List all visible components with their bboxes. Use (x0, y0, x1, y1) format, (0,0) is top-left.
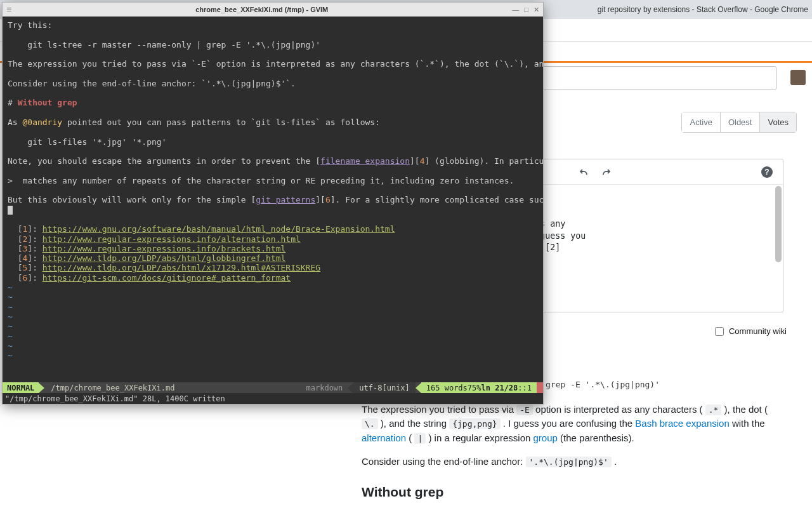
preview-codeblock: grep -E '.*\.(jpg|png)' (546, 378, 783, 391)
tab-votes[interactable]: Votes (760, 112, 796, 132)
status-filepath: /tmp/chrome_bee_XXFekIXi.md (44, 384, 181, 392)
preview-paragraph: Consider using the end-of-line anchor: '… (362, 455, 783, 469)
gvim-title: chrome_bee_XXFekIXi.md (/tmp) - GVIM (11, 6, 512, 13)
gvim-window: ≡ chrome_bee_XXFekIXi.md (/tmp) - GVIM —… (3, 3, 543, 404)
tab-active[interactable]: Active (682, 112, 720, 132)
community-wiki-checkbox[interactable] (715, 327, 724, 336)
preview-paragraph: The expression you tried to pass via -E … (362, 403, 783, 446)
hamburger-icon[interactable]: ≡ (6, 4, 11, 15)
tab-oldest[interactable]: Oldest (721, 112, 761, 132)
preview-h2: Without grep (362, 482, 783, 502)
community-wiki-toggle[interactable]: Community wiki (715, 326, 787, 336)
vim-mode: NORMAL (3, 382, 39, 393)
answer-sort-tabs: Active Oldest Votes (681, 112, 797, 133)
status-filetype: markdown (306, 384, 348, 392)
editor-help-icon[interactable]: ? (761, 166, 773, 178)
status-end (537, 382, 543, 393)
undo-icon[interactable] (579, 167, 589, 177)
editor-scrollbar[interactable] (775, 186, 782, 262)
status-encoding: utf-8[unix] (353, 382, 415, 393)
browser-tab-title: git repository by extensions - Stack Ove… (598, 5, 808, 14)
redo-icon[interactable] (601, 167, 612, 177)
minimize-icon[interactable]: — (512, 6, 519, 14)
status-position: 165 words 75% ln 21/28 ::1 (421, 382, 537, 393)
window-buttons: — □ ✕ (512, 6, 539, 14)
community-wiki-label: Community wiki (729, 326, 787, 336)
vim-buffer[interactable]: Try this: git ls-tree -r master --name-o… (3, 17, 543, 382)
vim-statusline: NORMAL /tmp/chrome_bee_XXFekIXi.md markd… (3, 382, 543, 393)
link-brace-expansion[interactable]: Bash brace expansion (635, 418, 729, 429)
link-alternation[interactable]: alternation (362, 432, 406, 443)
vim-cmdline: "/tmp/chrome_bee_XXFekIXi.md" 28L, 1400C… (3, 393, 543, 404)
vim-cursor (8, 206, 13, 215)
avatar[interactable] (790, 70, 806, 85)
link-group[interactable]: group (533, 432, 557, 443)
gvim-titlebar: ≡ chrome_bee_XXFekIXi.md (/tmp) - GVIM —… (3, 3, 543, 17)
maximize-icon[interactable]: □ (524, 6, 528, 14)
close-icon[interactable]: ✕ (534, 6, 539, 14)
